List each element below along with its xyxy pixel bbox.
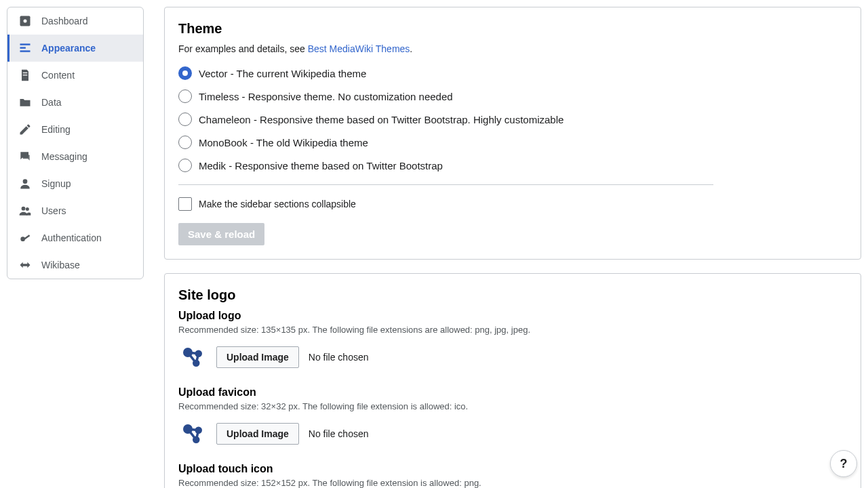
sidebar-item-label: Data — [41, 97, 62, 108]
sidebar-item-editing[interactable]: Editing — [7, 116, 143, 143]
sidebar-item-authentication[interactable]: Authentication — [7, 224, 143, 251]
sidebar-item-label: Wikibase — [41, 260, 80, 270]
radio-label: Medik - Responsive theme based on Twitte… — [199, 160, 443, 171]
site-logo-heading: Site logo — [178, 287, 847, 303]
theme-option-monobook[interactable]: MonoBook - The old Wikipedia theme — [178, 136, 847, 149]
svg-rect-2 — [20, 43, 31, 45]
upload-favicon-status: No file chosen — [309, 428, 369, 439]
svg-rect-3 — [20, 47, 26, 49]
sidebar-item-appearance[interactable]: Appearance — [7, 35, 143, 62]
theme-hint: For examples and details, see Best Media… — [178, 43, 847, 54]
upload-favicon-button[interactable]: Upload Image — [216, 423, 299, 445]
sidebar-item-label: Content — [41, 70, 75, 81]
sidebar-item-label: Appearance — [41, 43, 96, 54]
sidebar-item-label: Users — [41, 205, 66, 216]
svg-rect-5 — [23, 73, 28, 73]
gear-box-icon — [18, 14, 32, 28]
radio-icon — [178, 66, 192, 80]
svg-point-1 — [24, 20, 27, 23]
collapsible-sidebar-checkbox[interactable]: Make the sidebar sections collapsible — [178, 197, 847, 211]
sidebar-item-data[interactable]: Data — [7, 89, 143, 116]
radio-icon — [178, 136, 192, 149]
svg-rect-4 — [20, 50, 31, 52]
svg-rect-6 — [23, 75, 28, 75]
theme-radio-list: Vector - The current Wikipedia theme Tim… — [178, 66, 847, 172]
upload-logo-title: Upload logo — [178, 310, 847, 322]
svg-point-8 — [22, 207, 26, 211]
upload-logo-status: No file chosen — [309, 352, 369, 363]
key-icon — [18, 231, 32, 245]
svg-point-7 — [23, 179, 28, 184]
sidebar-item-label: Messaging — [41, 151, 87, 162]
radio-icon — [178, 113, 192, 126]
sidebar-item-users[interactable]: Users — [7, 197, 143, 224]
sidebar-item-dashboard[interactable]: Dashboard — [7, 7, 143, 35]
user-icon — [18, 177, 32, 190]
sidebar-item-label: Authentication — [41, 232, 102, 243]
divider — [178, 184, 713, 185]
upload-favicon-title: Upload favicon — [178, 386, 847, 399]
logo-preview-icon — [178, 420, 207, 448]
main-content: Theme For examples and details, see Best… — [164, 7, 861, 488]
theme-hint-link[interactable]: Best MediaWiki Themes — [308, 43, 410, 54]
users-icon — [18, 204, 32, 218]
upload-touch-icon-section: Upload touch icon Recommended size: 152×… — [178, 463, 847, 488]
help-button[interactable]: ? — [830, 450, 857, 477]
radio-label: Timeless - Responsive theme. No customiz… — [199, 91, 453, 102]
sidebar-item-content[interactable]: Content — [7, 62, 143, 89]
folder-icon — [18, 96, 32, 109]
theme-option-vector[interactable]: Vector - The current Wikipedia theme — [178, 66, 847, 80]
theme-option-timeless[interactable]: Timeless - Responsive theme. No customiz… — [178, 89, 847, 103]
checkbox-label: Make the sidebar sections collapsible — [199, 199, 356, 209]
sidebar-item-wikibase[interactable]: Wikibase — [7, 251, 143, 279]
radio-label: Vector - The current Wikipedia theme — [199, 68, 366, 79]
upload-logo-button[interactable]: Upload Image — [216, 346, 299, 368]
save-reload-button[interactable]: Save & reload — [178, 223, 264, 245]
svg-point-10 — [20, 237, 25, 241]
site-logo-card: Site logo Upload logo Recommended size: … — [164, 273, 861, 488]
radio-icon — [178, 159, 192, 172]
sidebar-item-messaging[interactable]: Messaging — [7, 143, 143, 170]
radio-label: Chameleon - Responsive theme based on Tw… — [199, 114, 564, 125]
sidebar-item-label: Signup — [41, 178, 71, 189]
checkbox-icon — [178, 197, 192, 211]
question-mark-icon: ? — [840, 457, 848, 471]
upload-favicon-section: Upload favicon Recommended size: 32×32 p… — [178, 386, 847, 448]
upload-logo-section: Upload logo Recommended size: 135×135 px… — [178, 310, 847, 371]
upload-logo-hint: Recommended size: 135×135 px. The follow… — [178, 325, 847, 335]
sidebar: Dashboard Appearance Content Data Editin — [7, 7, 144, 279]
theme-card: Theme For examples and details, see Best… — [164, 7, 861, 260]
wikibase-icon — [18, 258, 32, 272]
layout-icon — [18, 41, 32, 55]
radio-label: MonoBook - The old Wikipedia theme — [199, 137, 368, 148]
sidebar-item-label: Dashboard — [41, 16, 88, 26]
svg-point-9 — [26, 207, 29, 211]
radio-icon — [178, 89, 192, 103]
upload-favicon-hint: Recommended size: 32×32 px. The followin… — [178, 401, 847, 411]
chat-icon — [18, 150, 32, 163]
theme-option-medik[interactable]: Medik - Responsive theme based on Twitte… — [178, 159, 847, 172]
svg-rect-11 — [24, 235, 30, 239]
upload-touch-icon-hint: Recommended size: 152×152 px. The follow… — [178, 478, 847, 488]
theme-heading: Theme — [178, 21, 847, 37]
edit-icon — [18, 123, 32, 136]
theme-option-chameleon[interactable]: Chameleon - Responsive theme based on Tw… — [178, 113, 847, 126]
logo-preview-icon — [178, 343, 207, 371]
upload-touch-icon-title: Upload touch icon — [178, 463, 847, 475]
sidebar-item-label: Editing — [41, 124, 71, 135]
page-icon — [18, 68, 32, 82]
sidebar-item-signup[interactable]: Signup — [7, 170, 143, 197]
